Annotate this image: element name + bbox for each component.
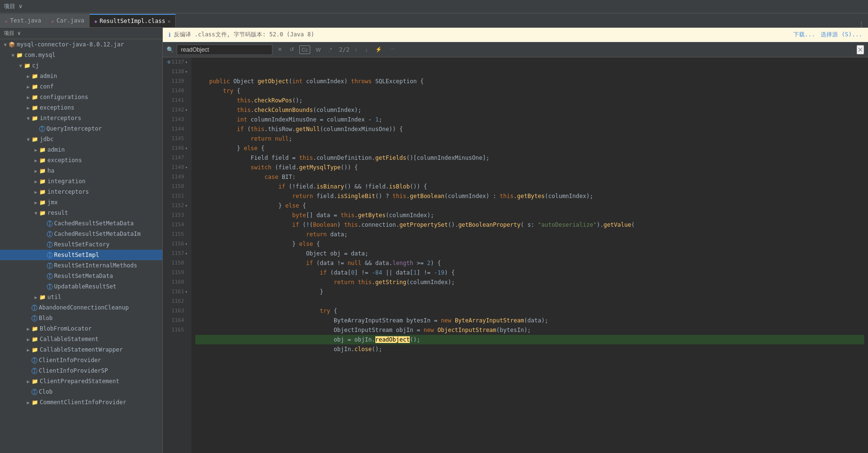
gutter-icon-1137: ⚙ [167,59,170,65]
tree-item-7[interactable]: ▼📁interceptors [0,113,162,123]
tree-arrow-7: ▼ [25,116,32,121]
tree-label-19: ResultSetFactory [54,241,110,248]
fold-arrow-1148[interactable]: ▾ [185,165,188,170]
tree-item-17[interactable]: ICachedResultSetMetaData [0,218,162,229]
next-match-button[interactable]: ↓ [362,45,370,54]
more-tabs-button[interactable]: ⋮ [855,21,868,27]
case-sensitive-button[interactable]: Cc [299,45,310,54]
line-num-1142: 1142▾ [163,105,188,115]
tree-item-33[interactable]: IClob [0,387,162,397]
tree-item-10[interactable]: ▶📁admin [0,144,162,155]
tree-item-5[interactable]: ▶📁configurations [0,92,162,102]
line-num-1162: 1162▾ [163,297,188,306]
download-link[interactable]: 下载... [793,31,815,39]
fold-arrow-1142[interactable]: ▾ [185,108,188,112]
code-editor[interactable]: ⚙1137▾1138▾1139▾1140▾1141▾1142▾1143▾1144… [163,57,868,453]
tree-arrow-29: ▶ [25,347,32,353]
fold-arrow-1138[interactable]: ▾ [185,69,188,74]
tree-item-13[interactable]: ▶📁integration [0,176,162,187]
tree-icon-21: I [47,263,53,269]
code-line-1141: int columnIndexMinusOne = columnIndex - … [195,115,864,124]
regex-refresh-button[interactable]: ↺ [287,45,296,54]
tree-label-17: CachedResultSetMetaData [54,220,134,227]
tree-item-28[interactable]: ▶📁CallableStatement [0,334,162,344]
tree-arrow-1: ▼ [10,53,16,58]
code-line-1154: } else { [195,239,864,249]
fold-arrow-1137[interactable]: ▾ [185,60,188,65]
fold-arrow-1157[interactable]: ▾ [185,251,188,256]
whole-word-button[interactable]: W [313,45,323,54]
tree-item-32[interactable]: ▶📁ClientPreparedStatement [0,376,162,387]
tab-test[interactable]: ☕ Test.java [0,14,46,27]
tree-item-25[interactable]: IAbandonedConnectionCleanup [0,302,162,313]
tree-item-2[interactable]: ▼📁cj [0,60,162,71]
more-options-button[interactable]: ⋯ [387,45,397,54]
tree-label-21: ResultSetInternalMethods [54,262,137,269]
code-line-1150: } else { [195,201,864,210]
tree-item-12[interactable]: ▶📁ha [0,166,162,176]
tree-item-26[interactable]: IBlob [0,313,162,323]
tree-label-0: mysql-connector-java-8.0.12.jar [17,41,124,48]
tree-item-4[interactable]: ▶📁conf [0,81,162,92]
tree-icon-15: 📁 [39,199,46,206]
tree-icon-10: 📁 [39,147,46,153]
tree-item-0[interactable]: ▼📦mysql-connector-java-8.0.12.jar [0,39,162,50]
line-numbers: ⚙1137▾1138▾1139▾1140▾1141▾1142▾1143▾1144… [163,57,192,453]
tree-arrow-3: ▶ [25,74,32,79]
tree-item-22[interactable]: IResultSetMetaData [0,271,162,281]
tree-label-20: ResultSetImpl [54,252,99,258]
fold-arrow-1152[interactable]: ▾ [185,203,188,208]
fold-arrow-1156[interactable]: ▾ [185,242,188,246]
tree-item-8[interactable]: IQueryInterceptor [0,123,162,134]
clear-search-button[interactable]: ✕ [275,45,284,54]
sidebar: 项目 ∨ ▼📦mysql-connector-java-8.0.12.jar▼📁… [0,28,163,453]
tree-item-20[interactable]: IResultSetImpl [0,250,162,260]
tree-item-6[interactable]: ▶📁exceptions [0,102,162,113]
tree-item-3[interactable]: ▶📁admin [0,71,162,81]
tree-arrow-12: ▶ [33,168,39,174]
regex-button[interactable]: .* [326,45,334,54]
select-source-link[interactable]: 选择源 (S)... [821,31,862,39]
java-icon-2: ☕ [51,18,54,23]
tree-item-9[interactable]: ▼📁jdbc [0,134,162,144]
close-search-button[interactable]: ✕ [857,45,864,55]
tree-item-11[interactable]: ▶📁exceptions [0,155,162,166]
tree-item-19[interactable]: IResultSetFactory [0,239,162,250]
tree-item-30[interactable]: IClientInfoProvider [0,355,162,365]
tree-item-21[interactable]: IResultSetInternalMethods [0,260,162,271]
line-num-1148: 1148▾ [163,163,188,172]
project-label[interactable]: 项目 ∨ [4,2,22,11]
tree-item-1[interactable]: ▼📁com.mysql [0,50,162,60]
code-line-1165: objIn.close(); [195,344,864,354]
tree-arrow-10: ▶ [33,147,39,153]
line-num-1143: 1143▾ [163,115,188,124]
tree-icon-0: 📦 [9,42,15,48]
tree-item-27[interactable]: ▶📁BlobFromLocator [0,323,162,334]
tree-arrow-27: ▶ [25,326,32,331]
line-num-1146: 1146▾ [163,144,188,153]
tree-icon-19: I [47,242,53,248]
tree-item-31[interactable]: IClientInfoProviderSP [0,365,162,376]
tree-item-16[interactable]: ▼📁result [0,208,162,218]
tree-item-29[interactable]: ▶📁CallableStatementWrapper [0,344,162,355]
tab-result[interactable]: ◈ ResultSetImpl.class ✕ [90,14,176,27]
prev-match-button[interactable]: ↑ [352,45,360,54]
tree-icon-2: 📁 [24,63,31,69]
search-input[interactable] [177,44,272,55]
fold-arrow-1146[interactable]: ▾ [185,146,188,151]
tree-item-23[interactable]: IUpdatableResultSet [0,281,162,292]
fold-arrow-1161[interactable]: ▾ [185,289,188,294]
tree-item-24[interactable]: ▶📁util [0,292,162,302]
filter-button[interactable]: ⚡ [373,45,384,54]
tree-item-15[interactable]: ▶📁jmx [0,197,162,208]
tree-item-34[interactable]: ▶📁CommentClientInfoProvider [0,397,162,408]
tab-car[interactable]: ☕ Car.java [46,14,90,27]
tab-result-label: ResultSetImpl.class [100,18,165,24]
code-line-1155: Object obj = data; [195,249,864,258]
tree-icon-9: 📁 [32,136,38,143]
tree-icon-25: I [32,305,37,311]
tree-item-18[interactable]: ICachedResultSetMetaDataIm [0,229,162,239]
tree-item-14[interactable]: ▶📁interceptors [0,187,162,197]
tab-close-button[interactable]: ✕ [168,19,170,24]
tree-label-29: CallableStatementWrapper [40,346,123,353]
